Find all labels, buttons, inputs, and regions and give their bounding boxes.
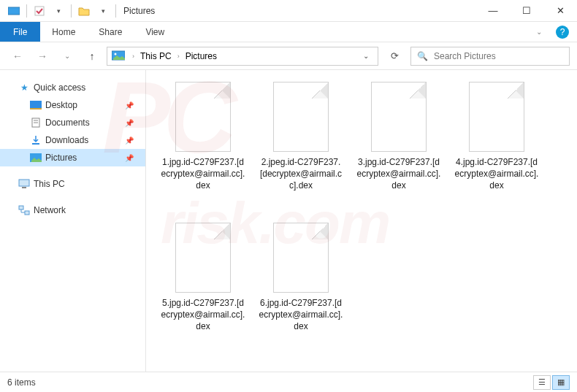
file-icon [175, 223, 231, 293]
separator [115, 4, 116, 18]
file-item[interactable]: 5.jpg.id-C279F237.[decryptex@airmail.cc]… [161, 220, 245, 355]
chevron-right-icon[interactable]: › [177, 53, 180, 60]
help-button[interactable]: ? [554, 23, 571, 41]
sidebar-item-label: This PC [34, 179, 65, 189]
sidebar-item-pictures[interactable]: Pictures 📌 [0, 149, 145, 166]
file-item[interactable]: 1.jpg.id-C279F237.[decryptex@airmail.cc]… [161, 79, 245, 214]
network-icon [18, 205, 31, 215]
file-item[interactable]: 3.jpg.id-C279F237.[decryptex@airmail.cc]… [356, 79, 441, 214]
maximize-button[interactable]: ☐ [510, 0, 543, 22]
svg-rect-12 [22, 187, 26, 188]
refresh-button[interactable]: ⟳ [383, 46, 406, 66]
properties-icon[interactable] [31, 3, 47, 19]
recent-dropdown[interactable]: ⌄ [57, 46, 77, 66]
app-icon [6, 3, 22, 19]
svg-rect-11 [19, 180, 29, 186]
quick-access-toolbar: ▾ ▾ [0, 3, 118, 19]
search-icon: 🔍 [417, 51, 428, 61]
help-icon: ? [556, 26, 569, 39]
tab-home[interactable]: Home [40, 22, 87, 42]
svg-rect-5 [30, 108, 42, 109]
sidebar-quick-access[interactable]: ★ Quick access [0, 79, 145, 96]
pictures-icon [112, 50, 126, 62]
up-button[interactable]: ↑ [82, 46, 102, 66]
file-list[interactable]: 1.jpg.id-C279F237.[decryptex@airmail.cc]… [146, 70, 577, 372]
sidebar-this-pc[interactable]: This PC [0, 175, 145, 193]
sidebar-item-label: Downloads [45, 135, 88, 145]
forward-button[interactable]: → [32, 46, 53, 66]
close-button[interactable]: ✕ [543, 0, 577, 22]
file-name: 6.jpg.id-C279F237.[decryptex@airmail.cc]… [259, 297, 343, 333]
folder-icon [76, 3, 92, 19]
file-menu[interactable]: File [0, 22, 40, 42]
tab-share[interactable]: Share [87, 22, 134, 42]
pin-icon: 📌 [125, 119, 134, 127]
sidebar-item-label: Documents [45, 118, 90, 128]
view-toggle: ☰ ▦ [533, 375, 570, 390]
documents-icon [29, 118, 42, 128]
svg-point-3 [115, 53, 117, 55]
separator [26, 4, 27, 18]
star-icon: ★ [18, 82, 31, 93]
pictures-icon [29, 153, 42, 162]
file-name: 4.jpg.id-C279F237.[decryptex@airmail.cc]… [454, 156, 539, 192]
file-name: 5.jpg.id-C279F237.[decryptex@airmail.cc]… [161, 297, 245, 333]
item-count: 6 items [7, 377, 36, 388]
ribbon: File Home Share View ⌄ ? [0, 22, 577, 42]
file-name: 2.jpeg.id-C279F237.[decryptex@airmail.cc… [259, 156, 343, 192]
tab-view[interactable]: View [134, 22, 176, 42]
pin-icon: 📌 [125, 154, 134, 162]
file-item[interactable]: 2.jpeg.id-C279F237.[decryptex@airmail.cc… [259, 79, 343, 214]
statusbar: 6 items ☰ ▦ [0, 372, 577, 392]
address-dropdown[interactable]: ⌄ [359, 52, 373, 60]
svg-rect-13 [19, 206, 23, 210]
icons-view-button[interactable]: ▦ [552, 375, 570, 390]
svg-rect-1 [35, 7, 44, 15]
breadcrumb-item[interactable]: This PC [140, 51, 172, 61]
address-bar[interactable]: › This PC › Pictures ⌄ [107, 47, 378, 66]
svg-rect-0 [8, 7, 20, 15]
sidebar-item-desktop[interactable]: Desktop 📌 [0, 96, 145, 114]
downloads-icon [29, 135, 42, 145]
file-icon [175, 82, 231, 152]
sidebar-item-documents[interactable]: Documents 📌 [0, 114, 145, 131]
file-icon [371, 82, 427, 152]
titlebar: ▾ ▾ Pictures — ☐ ✕ [0, 0, 577, 22]
file-icon [469, 82, 524, 152]
main: ★ Quick access Desktop 📌 Documents 📌 Dow… [0, 70, 577, 372]
chevron-down-icon[interactable]: ▾ [50, 3, 66, 19]
sidebar-item-label: Desktop [45, 100, 77, 110]
pin-icon: 📌 [125, 137, 134, 145]
details-view-button[interactable]: ☰ [533, 375, 551, 390]
computer-icon [18, 179, 31, 189]
sidebar-item-label: Pictures [45, 153, 77, 163]
sidebar-item-label: Network [34, 205, 66, 215]
search-placeholder: Search Pictures [434, 51, 496, 61]
sidebar-item-label: Quick access [34, 82, 85, 93]
pin-icon: 📌 [125, 101, 134, 109]
ribbon-expand[interactable]: ⌄ [524, 22, 554, 42]
file-item[interactable]: 4.jpg.id-C279F237.[decryptex@airmail.cc]… [454, 79, 539, 214]
chevron-down-icon[interactable]: ▾ [95, 3, 111, 19]
file-icon [273, 223, 329, 293]
breadcrumb-item[interactable]: Pictures [186, 51, 217, 61]
file-name: 1.jpg.id-C279F237.[decryptex@airmail.cc]… [161, 156, 245, 192]
minimize-button[interactable]: — [476, 0, 510, 22]
file-icon [273, 82, 329, 152]
navbar: ← → ⌄ ↑ › This PC › Pictures ⌄ ⟳ 🔍 Searc… [0, 42, 577, 70]
file-item[interactable]: 6.jpg.id-C279F237.[decryptex@airmail.cc]… [259, 220, 343, 355]
separator [71, 4, 72, 18]
svg-rect-9 [32, 143, 39, 145]
navigation-pane: ★ Quick access Desktop 📌 Documents 📌 Dow… [0, 70, 146, 372]
window-title: Pictures [123, 6, 155, 16]
desktop-icon [29, 101, 42, 109]
sidebar-network[interactable]: Network [0, 201, 145, 219]
back-button[interactable]: ← [7, 46, 28, 66]
svg-rect-4 [30, 101, 42, 108]
chevron-right-icon[interactable]: › [132, 53, 134, 60]
svg-rect-14 [25, 211, 29, 215]
file-name: 3.jpg.id-C279F237.[decryptex@airmail.cc]… [356, 156, 441, 192]
search-input[interactable]: 🔍 Search Pictures [410, 47, 570, 66]
sidebar-item-downloads[interactable]: Downloads 📌 [0, 131, 145, 149]
